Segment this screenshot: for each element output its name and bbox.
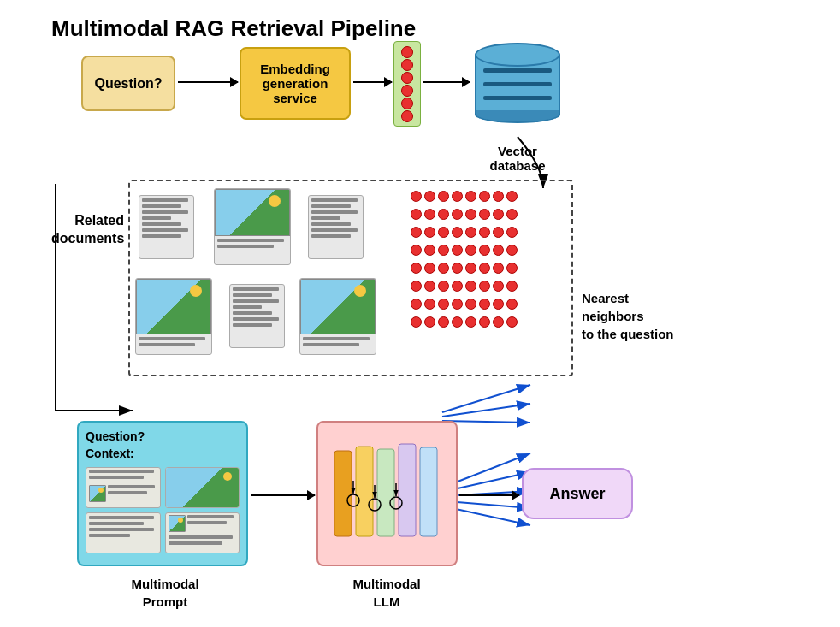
arrow-embedding-to-vector (353, 81, 392, 83)
nn-row-2 (411, 209, 518, 220)
doc-thumb-4 (135, 278, 212, 355)
arrow-vector-to-db (423, 81, 470, 83)
related-docs-label: Related documents (51, 212, 124, 248)
db-top (475, 43, 560, 67)
db-label: Vector database (475, 144, 560, 173)
doc-image-6 (300, 279, 376, 334)
db-stripe-2 (483, 82, 552, 86)
doc-thumb-6 (299, 278, 376, 355)
sun-icon-4 (190, 285, 202, 297)
llm-label-line1: Multimodal (327, 575, 447, 593)
question-box: Question? (81, 56, 175, 111)
related-docs-line2: documents (51, 230, 124, 248)
doc-thumb-1 (139, 195, 194, 259)
db-stripe-3 (483, 96, 552, 100)
prompt-item-2 (165, 467, 240, 508)
vector-dot-4 (401, 85, 413, 97)
nearest-neighbors-label: Nearest neighbors to the question (582, 289, 693, 343)
doc-thumb-3 (308, 195, 364, 259)
svg-rect-11 (334, 451, 352, 536)
vector-dot-6 (401, 110, 413, 122)
arrow-llm-to-answer (459, 494, 519, 496)
doc-lines-3 (309, 196, 363, 243)
llm-label-line2: LLM (327, 593, 447, 611)
nn-row-1 (411, 191, 518, 202)
multimodal-prompt-label: Multimodal Prompt (92, 575, 238, 611)
llm-visualization (328, 434, 447, 553)
answer-box: Answer (522, 468, 633, 519)
prompt-context-label: Context: (86, 447, 240, 460)
sun-icon-6 (354, 285, 366, 297)
answer-label: Answer (549, 485, 605, 503)
prompt-item-1 (86, 467, 161, 508)
sun-icon-2 (269, 195, 281, 207)
prompt-img-small-4 (169, 515, 186, 532)
doc-lines-1 (139, 196, 193, 243)
prompt-item-4 (165, 512, 240, 553)
svg-rect-14 (399, 444, 416, 536)
nn-row-7 (411, 299, 518, 310)
nn-label-line1: Nearest neighbors (582, 289, 693, 325)
page-title: Multimodal RAG Retrieval Pipeline (51, 15, 416, 42)
vector-dot-5 (401, 98, 413, 109)
prompt-img-large (166, 468, 240, 507)
prompt-item-3 (86, 512, 161, 553)
vector-dot-3 (401, 72, 413, 84)
db-label-line1: Vector (475, 144, 560, 158)
db-stripe-1 (483, 68, 552, 73)
doc-thumb-5 (229, 284, 285, 348)
prompt-question-label: Question? (86, 429, 240, 443)
doc-image-4 (136, 279, 211, 334)
vector-dot-2 (401, 59, 413, 71)
multimodal-llm-box (316, 421, 458, 566)
embedding-box: Embedding generation service (240, 47, 351, 120)
nn-label-line2: to the question (582, 325, 693, 343)
canvas: Multimodal RAG Retrieval Pipeline Questi… (0, 0, 840, 627)
nn-row-3 (411, 227, 518, 238)
svg-line-2 (442, 385, 530, 412)
prompt-label-line1: Multimodal (92, 575, 238, 593)
vector-array (393, 41, 421, 127)
vector-database (470, 43, 565, 133)
doc-image-2 (215, 189, 290, 236)
nn-row-4 (411, 245, 518, 256)
prompt-label-line2: Prompt (92, 593, 238, 611)
db-label-line2: database (475, 158, 560, 173)
svg-rect-15 (420, 447, 437, 536)
nn-row-6 (411, 281, 518, 292)
related-docs-line1: Related (51, 212, 124, 230)
embedding-label: Embedding generation service (245, 62, 345, 105)
doc-lines-5 (230, 285, 284, 332)
prompt-content-grid (86, 467, 240, 553)
svg-rect-12 (356, 447, 373, 536)
svg-line-3 (442, 404, 530, 417)
multimodal-prompt-box: Question? Context: (77, 421, 248, 566)
prompt-img-small-1 (89, 485, 106, 502)
nn-row-8 (411, 316, 518, 328)
question-label: Question? (94, 76, 162, 92)
arrow-question-to-embedding (178, 81, 238, 83)
multimodal-llm-label: Multimodal LLM (327, 575, 447, 611)
nearest-neighbor-rows (411, 191, 518, 328)
vector-dot-1 (401, 46, 413, 58)
arrow-prompt-to-llm (251, 494, 315, 496)
svg-rect-13 (377, 449, 394, 536)
nn-row-5 (411, 263, 518, 274)
doc-thumb-2 (214, 188, 291, 265)
